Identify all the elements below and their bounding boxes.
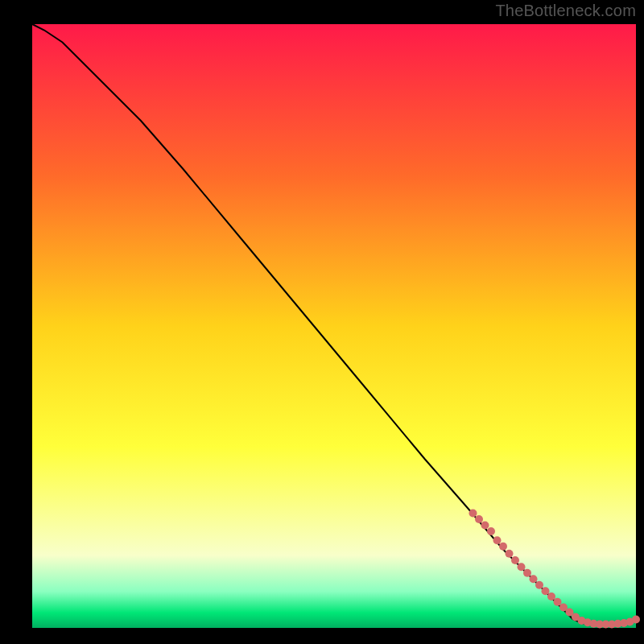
scatter-point — [547, 592, 555, 601]
scatter-point — [469, 510, 477, 518]
scatter-point — [481, 522, 489, 530]
scatter-point — [554, 598, 562, 606]
scatter-point — [632, 616, 640, 624]
scatter-point — [506, 550, 514, 558]
scatter-point — [542, 587, 550, 595]
plot-background — [32, 24, 636, 628]
scatter-point — [487, 527, 495, 535]
chart-stage: TheBottleneck.com — [0, 0, 644, 644]
scatter-point — [475, 515, 483, 523]
scatter-point — [518, 563, 526, 571]
scatter-point — [499, 543, 507, 551]
scatter-point — [493, 536, 502, 544]
scatter-point — [535, 581, 543, 589]
gradient-line-chart — [0, 0, 644, 644]
scatter-point — [523, 569, 531, 577]
scatter-point — [530, 575, 538, 583]
watermark-label: TheBottleneck.com — [495, 2, 636, 20]
scatter-point — [511, 556, 519, 564]
